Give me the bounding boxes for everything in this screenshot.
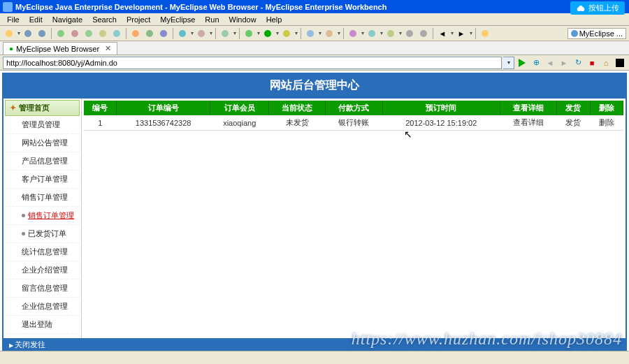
tool-button[interactable] (68, 27, 81, 40)
sidebar-item-logout[interactable]: 退出登陆 (5, 316, 80, 334)
home-button[interactable]: ⌂ (600, 57, 612, 69)
tool-button[interactable] (366, 27, 378, 40)
refresh-button[interactable]: ↻ (572, 57, 584, 69)
col-status: 当前状态 (269, 101, 326, 115)
bullet-icon (22, 232, 25, 235)
run-button[interactable] (261, 27, 274, 40)
cell-delete[interactable]: 删除 (590, 115, 623, 131)
tool-button[interactable] (143, 27, 156, 40)
table-row: 1 1331536742328 xiaoqiang 未发货 银行转账 2012-… (84, 115, 623, 131)
tool-button[interactable] (323, 27, 335, 40)
tool-button[interactable] (304, 27, 317, 40)
menu-window[interactable]: Window (225, 14, 261, 25)
tool-button[interactable] (195, 27, 208, 40)
save-button[interactable] (22, 27, 34, 40)
page-frame: 网站后台管理中心 ✦ 管理首页 管理员管理 网站公告管理 产品信息管理 客户订单… (2, 73, 627, 352)
tool-button[interactable] (157, 27, 170, 40)
cell-member: xiaoqiang (210, 115, 269, 131)
col-member: 订单会员 (210, 101, 269, 115)
main-content: 编号 订单编号 订单会员 当前状态 付款方式 预订时间 查看详细 发货 删除 1 (82, 99, 626, 351)
sidebar-item-stats[interactable]: 统计信息管理 (5, 243, 80, 261)
sidebar-item-company-info[interactable]: 企业信息管理 (5, 298, 80, 316)
sidebar-sub-sales-order[interactable]: 销售订单管理 (5, 207, 80, 225)
forward-button[interactable]: ► (455, 27, 468, 40)
browser-tab[interactable]: ● MyEclipse Web Browser ✕ (3, 42, 117, 54)
cloud-upload-button[interactable]: 按钮上传 (570, 1, 625, 15)
bullet-icon (22, 214, 25, 217)
menu-myeclipse[interactable]: MyEclipse (156, 14, 199, 25)
sidebar-item-company-intro[interactable]: 企业介绍管理 (5, 261, 80, 279)
menu-navigate[interactable]: Navigate (48, 14, 87, 25)
col-orderno: 订单编号 (117, 101, 210, 115)
address-bar: ▾ ⊕ ◄ ► ↻ ■ ⌂ (0, 55, 629, 71)
url-input[interactable] (3, 57, 502, 69)
menu-help[interactable]: Help (262, 14, 287, 25)
menu-edit[interactable]: Edit (25, 14, 47, 25)
tool-button[interactable] (82, 27, 95, 40)
tool-button[interactable] (417, 27, 430, 40)
sidebar-item-notice[interactable]: 网站公告管理 (5, 134, 80, 152)
page-footer: 关闭发往 (3, 338, 626, 351)
sidebar-item-admin[interactable]: 管理员管理 (5, 116, 80, 134)
cell-orderno: 1331536742328 (117, 115, 210, 131)
menu-project[interactable]: Project (122, 14, 154, 25)
perspective-button[interactable]: MyEclipse ... (567, 28, 626, 39)
footer-label[interactable]: 关闭发往 (9, 340, 45, 350)
save-all-button[interactable] (36, 27, 48, 40)
back-nav-button[interactable]: ◄ (544, 57, 556, 69)
table-header-row: 编号 订单编号 订单会员 当前状态 付款方式 预订时间 查看详细 发货 删除 (84, 101, 623, 115)
tool-button[interactable] (176, 27, 189, 40)
cell-id: 1 (84, 115, 117, 131)
sidebar-item-message[interactable]: 留言信息管理 (5, 279, 80, 298)
col-pay: 付款方式 (326, 101, 382, 115)
tool-button[interactable] (96, 27, 109, 40)
stop-nav-button[interactable]: ■ (586, 57, 598, 69)
tool-button[interactable] (384, 27, 397, 40)
col-detail: 查看详细 (500, 101, 557, 115)
sidebar-item-customer-order[interactable]: 客户订单管理 (5, 170, 80, 189)
tool-button[interactable] (55, 27, 67, 40)
tool-button[interactable] (129, 27, 142, 40)
cell-status: 未发货 (269, 115, 326, 131)
home-icon: ✦ (10, 103, 16, 112)
orders-table: 编号 订单编号 订单会员 当前状态 付款方式 预订时间 查看详细 发货 删除 1 (84, 101, 623, 131)
tab-label: MyEclipse Web Browser (16, 45, 99, 53)
url-dropdown[interactable]: ▾ (503, 57, 514, 69)
admin-sidebar: ✦ 管理首页 管理员管理 网站公告管理 产品信息管理 客户订单管理 销售订单管理… (3, 99, 82, 351)
svg-point-2 (579, 5, 583, 9)
tool-button[interactable] (110, 27, 123, 40)
tool-button[interactable] (280, 27, 293, 40)
new-button[interactable] (3, 27, 15, 40)
menu-search[interactable]: Search (88, 14, 121, 25)
sidebar-item-sales-order[interactable]: 销售订单管理 (5, 189, 80, 207)
menu-file[interactable]: File (3, 14, 24, 25)
sidebar-sub-shipped[interactable]: 已发货订单 (5, 225, 80, 243)
cloud-icon (576, 3, 586, 13)
close-tab-icon[interactable]: ✕ (105, 44, 111, 53)
cell-detail[interactable]: 查看详细 (500, 115, 557, 131)
editor-tabbar: ● MyEclipse Web Browser ✕ (0, 41, 629, 55)
perspective-switcher-icon[interactable] (479, 27, 491, 40)
stop-button[interactable] (614, 57, 626, 69)
go-button[interactable] (516, 57, 528, 69)
sidebar-item-product[interactable]: 产品信息管理 (5, 152, 80, 170)
menu-run[interactable]: Run (201, 14, 223, 25)
col-ship: 发货 (557, 101, 590, 115)
tool-button[interactable] (403, 27, 416, 40)
cell-ship[interactable]: 发货 (557, 115, 590, 131)
nav-button[interactable]: ⊕ (530, 57, 542, 69)
forward-nav-button[interactable]: ► (558, 57, 570, 69)
window-titlebar: MyEclipse Java Enterprise Development - … (0, 0, 629, 13)
col-time: 预订时间 (382, 101, 500, 115)
col-id: 编号 (84, 101, 117, 115)
debug-button[interactable] (243, 27, 255, 40)
tool-button[interactable] (219, 27, 231, 40)
myeclipse-icon (571, 30, 578, 37)
sidebar-header[interactable]: ✦ 管理首页 (5, 100, 80, 116)
col-delete: 删除 (590, 101, 623, 115)
back-button[interactable]: ◄ (436, 27, 449, 40)
menubar: File Edit Navigate Search Project MyEcli… (0, 13, 629, 26)
toolbar: ▾ ▾ ▾ ▾ ▾ ▾ ▾ ▾ ▾ ▾ ▾ ▾ ◄▾ ►▾ MyEclipse … (0, 26, 629, 41)
cell-pay: 银行转账 (326, 115, 382, 131)
tool-button[interactable] (347, 27, 359, 40)
